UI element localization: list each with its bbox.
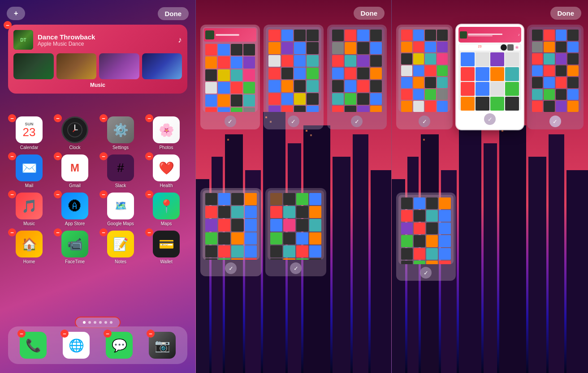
svg-rect-34 xyxy=(423,139,425,141)
googlemaps-icon: 🗺️ xyxy=(107,193,134,219)
clock-icon xyxy=(61,116,88,143)
clock-remove[interactable]: − xyxy=(54,114,62,122)
calendar-remove[interactable]: − xyxy=(8,114,16,122)
wallet-label: Wallet xyxy=(160,259,172,264)
p3-screen-thumb-b3-empty xyxy=(529,193,584,281)
app-item-facetime[interactable]: − 📹 FaceTime xyxy=(54,231,96,264)
photos-label: Photos xyxy=(159,145,173,150)
dock-phone[interactable]: − 📞 xyxy=(20,332,47,359)
maps-remove[interactable]: − xyxy=(145,190,153,198)
dot-3[interactable] xyxy=(94,321,96,324)
notes-icon: 📝 xyxy=(107,231,134,257)
panel-2: Done xyxy=(196,0,392,373)
album-4 xyxy=(142,53,182,79)
dot-1[interactable] xyxy=(83,321,86,324)
svg-rect-19 xyxy=(310,134,312,136)
app-item-slack[interactable]: − # Slack xyxy=(99,154,142,188)
p3-screen-thumb-2-active[interactable]: ♪ 23 🌸 xyxy=(456,25,523,129)
app-item-maps[interactable]: − 📍 Maps xyxy=(145,193,187,226)
appstore-remove[interactable]: − xyxy=(54,190,62,198)
add-button[interactable]: + xyxy=(7,7,25,20)
facetime-remove[interactable]: − xyxy=(54,228,62,236)
dock-chrome[interactable]: − 🌐 xyxy=(63,332,90,359)
panel-3: Done xyxy=(392,0,588,373)
googlemaps-remove[interactable]: − xyxy=(99,190,108,198)
dock-messages[interactable]: − 💬 xyxy=(106,332,133,359)
dot-6[interactable] xyxy=(110,321,112,324)
widget-remove-badge[interactable]: − xyxy=(4,21,12,29)
photos-remove[interactable]: − xyxy=(145,114,153,122)
notes-remove[interactable]: − xyxy=(99,228,108,236)
svg-rect-20 xyxy=(227,139,229,141)
settings-label: Settings xyxy=(112,145,129,150)
wallet-icon: 💳 xyxy=(153,231,180,257)
home-remove[interactable]: − xyxy=(8,228,16,236)
home-icon: 🏠 xyxy=(16,231,43,257)
svg-rect-18 xyxy=(306,130,307,132)
screen-thumb-2[interactable]: ✓ xyxy=(264,25,323,129)
check-2[interactable]: ✓ xyxy=(288,116,299,127)
wallet-remove[interactable]: − xyxy=(145,228,153,236)
app-item-mail[interactable]: − ✉️ Mail xyxy=(8,154,50,188)
screen-thumb-b2[interactable]: ✓ xyxy=(265,188,327,276)
app-item-home[interactable]: − 🏠 Home xyxy=(8,231,50,264)
p3-check-2-active[interactable]: ✓ xyxy=(484,113,496,125)
dot-5[interactable] xyxy=(104,321,107,324)
widget-album-art: DT xyxy=(13,30,33,50)
app-item-clock[interactable]: − Clock xyxy=(54,116,96,150)
app-item-appstore[interactable]: − 🅐 App Store xyxy=(54,193,96,226)
app-item-gmail[interactable]: − M Gmail xyxy=(54,154,96,188)
check-b1[interactable]: ✓ xyxy=(225,262,237,274)
check-1[interactable]: ✓ xyxy=(225,116,236,127)
done-button-2[interactable]: Done xyxy=(354,7,385,20)
check-b2[interactable]: ✓ xyxy=(290,262,302,274)
home-label: Home xyxy=(23,259,35,264)
app-item-music[interactable]: − 🎵 Music xyxy=(8,193,50,226)
music-widget: DT Dance Throwback Apple Music Dance ♪ M… xyxy=(8,25,187,94)
p3-screen-thumb-b1[interactable]: ✓ xyxy=(396,193,456,281)
check-3[interactable]: ✓ xyxy=(351,116,363,127)
slack-icon: # xyxy=(107,154,134,181)
settings-remove[interactable]: − xyxy=(99,114,108,122)
p3-screen-thumb-3[interactable]: ✓ xyxy=(527,25,584,129)
mail-label: Mail xyxy=(25,183,33,188)
done-button-1[interactable]: Done xyxy=(158,7,189,20)
p3-screen-thumb-1[interactable]: ✓ xyxy=(396,25,453,129)
app-item-wallet[interactable]: − 💳 Wallet xyxy=(145,231,187,264)
app-item-health[interactable]: − ❤️ Health xyxy=(145,154,187,188)
screen-thumb-3[interactable]: ✓ xyxy=(327,25,387,129)
done-button-3[interactable]: Done xyxy=(550,7,582,20)
p3-check-1[interactable]: ✓ xyxy=(419,116,430,127)
app-item-settings[interactable]: − ⚙️ Settings xyxy=(99,116,142,150)
mail-icon: ✉️ xyxy=(16,154,43,181)
music-label: Music xyxy=(23,221,35,226)
app-item-calendar[interactable]: − SUN 23 Calendar xyxy=(8,116,50,150)
messages-remove[interactable]: − xyxy=(104,330,112,338)
screen-thumb-b1[interactable]: ✓ xyxy=(200,188,262,276)
health-remove[interactable]: − xyxy=(145,152,153,160)
panel-1: + Done − DT Dance Throwback Apple Music … xyxy=(0,0,196,373)
dot-2[interactable] xyxy=(88,321,91,324)
screens-top-row-3: ✓ ♪ 23 🌸 xyxy=(396,25,584,129)
app-item-notes[interactable]: − 📝 Notes xyxy=(99,231,142,264)
top-bar-3: Done xyxy=(392,7,588,20)
screen-thumb-1[interactable]: ✓ xyxy=(200,25,260,129)
camera-remove[interactable]: − xyxy=(147,330,155,338)
album-2 xyxy=(56,53,97,79)
slack-label: Slack xyxy=(115,183,126,188)
dock-camera[interactable]: − 📷 xyxy=(149,332,176,359)
app-grid: − SUN 23 Calendar − Clock − ⚙️ xyxy=(8,116,187,264)
p3-check-b1[interactable]: ✓ xyxy=(420,267,432,279)
music-remove[interactable]: − xyxy=(8,190,16,198)
dot-4[interactable] xyxy=(99,321,102,324)
notes-label: Notes xyxy=(115,259,126,264)
gmail-remove[interactable]: − xyxy=(54,152,62,160)
phone-remove[interactable]: − xyxy=(17,330,26,338)
slack-remove[interactable]: − xyxy=(99,152,108,160)
chrome-remove[interactable]: − xyxy=(61,330,69,338)
screens-bottom-row-2: ✓ xyxy=(200,188,387,276)
p3-check-3[interactable]: ✓ xyxy=(549,116,561,127)
app-item-googlemaps[interactable]: − 🗺️ Google Maps xyxy=(99,193,142,226)
mail-remove[interactable]: − xyxy=(8,152,16,160)
app-item-photos[interactable]: − 🌸 Photos xyxy=(145,116,187,150)
